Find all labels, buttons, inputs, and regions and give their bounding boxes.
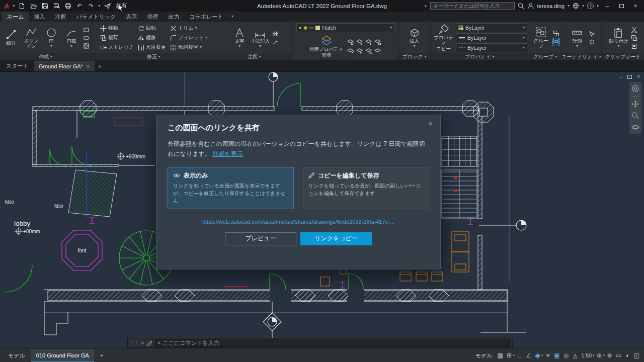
annotation-scale[interactable]: 1:50 <box>580 352 593 358</box>
fillet-button[interactable]: フィレット▾ <box>169 33 209 43</box>
autocad-logo[interactable]: A <box>3 2 10 10</box>
group-edit-button[interactable] <box>553 38 559 46</box>
drawing-minimize-button[interactable]: – <box>620 74 623 79</box>
tab-collaborate[interactable]: コラボレート <box>184 12 228 22</box>
new-drawing-tab-button[interactable]: + <box>95 61 105 71</box>
new-file-button[interactable] <box>17 2 26 10</box>
redo-caret-icon[interactable]: ▾ <box>98 4 100 8</box>
file-tab-drawing[interactable]: Ground Floor GA*× <box>34 61 95 71</box>
line-button[interactable]: 線分 <box>2 28 21 47</box>
ungroup-icon[interactable] <box>553 30 559 37</box>
model-space-tab[interactable]: モデル <box>3 349 30 362</box>
id-point-icon[interactable] <box>589 39 595 45</box>
minimize-button[interactable]: – <box>602 0 613 12</box>
arc-button[interactable]: 円弧▾ <box>62 26 81 50</box>
panel-label-clipboard[interactable]: クリップボード <box>602 53 644 60</box>
hatch-icon[interactable] <box>83 43 90 49</box>
tab-insert[interactable]: 挿入 <box>29 12 50 22</box>
trim-button[interactable]: トリム▾ <box>169 24 209 33</box>
annotation-visibility-icon[interactable]: ◬ <box>571 351 580 360</box>
new-layout-button[interactable]: + <box>95 349 108 362</box>
learn-more-link[interactable]: 詳細を表示 <box>213 150 243 157</box>
leader-icon[interactable] <box>272 39 279 45</box>
object-snap-icon[interactable]: ◉ <box>533 351 542 360</box>
command-input[interactable] <box>163 340 507 346</box>
text-button[interactable]: 文字▾ <box>230 26 249 50</box>
app-connect-icon[interactable] <box>573 3 579 9</box>
tab-view[interactable]: 表示 <box>121 12 142 22</box>
fullscreen-icon[interactable]: ◱ <box>632 351 641 360</box>
maximize-button[interactable] <box>616 0 627 12</box>
layer-off-icon[interactable] <box>347 39 354 45</box>
layer-match-icon[interactable] <box>347 48 354 54</box>
layer-freeze-icon[interactable] <box>365 39 372 45</box>
connect-caret-icon[interactable]: ▾ <box>582 4 584 8</box>
search-collapse-icon[interactable]: ▸ <box>425 4 427 8</box>
move-button[interactable]: 移動 <box>99 24 135 33</box>
panel-label-properties[interactable]: プロパティ▾ <box>431 53 529 60</box>
layer-walk-icon[interactable] <box>365 48 372 54</box>
lineweight-display-icon[interactable]: ≡ <box>544 351 552 360</box>
view-only-option[interactable]: 表示のみ リンクを知っている全員が図面を表示できますが、コピーを修正したり保存す… <box>168 167 294 209</box>
layer-prev-icon[interactable] <box>356 48 363 54</box>
drawing-restore-button[interactable] <box>627 75 632 79</box>
user-menu-caret-icon[interactable]: ▾ <box>568 4 570 8</box>
mirror-button[interactable]: 鏡像 <box>136 33 168 43</box>
tab-output[interactable]: 出力 <box>163 12 184 22</box>
plot-button[interactable] <box>63 2 72 10</box>
panel-label-draw[interactable]: 作成▾ <box>0 53 91 60</box>
rotate-button[interactable]: 回転 <box>136 24 168 33</box>
layer-lock-toggle-icon[interactable] <box>374 39 381 45</box>
lineweight-select[interactable]: ByLayer▾ <box>456 33 527 42</box>
zoom-icon[interactable] <box>631 112 639 120</box>
layer-properties-button[interactable]: 画層プロパティ 管理 <box>309 34 344 59</box>
search-input[interactable] <box>430 2 515 10</box>
ellipse-icon[interactable] <box>83 35 90 41</box>
layer-select[interactable]: ● ◉ ▭ Hatch ▾ <box>296 23 395 32</box>
object-color-select[interactable]: ByLayer▾ <box>456 23 527 32</box>
table-icon[interactable] <box>272 31 279 37</box>
copy-clip-icon[interactable] <box>631 35 637 41</box>
units-icon[interactable]: ▭ <box>614 351 623 360</box>
command-customize-icon[interactable] <box>146 340 152 346</box>
workspace-switch-icon[interactable]: ⊛ <box>595 351 603 360</box>
layer-isolate-icon[interactable] <box>356 39 363 45</box>
quick-select-icon[interactable] <box>589 31 595 37</box>
copy-link-button[interactable]: リンクをコピー <box>300 232 372 245</box>
circle-button[interactable]: 円▾ <box>42 26 61 50</box>
steering-wheel-icon[interactable] <box>631 84 639 93</box>
drawing-close-button[interactable]: × <box>637 74 640 79</box>
ribbon-options-caret-icon[interactable]: ▾ <box>231 15 233 19</box>
model-paper-toggle[interactable]: モデル <box>472 352 496 359</box>
layout-tab[interactable]: 010 Ground Floor GA <box>31 349 94 362</box>
preview-button[interactable]: プレビュー <box>225 232 296 245</box>
dialog-close-icon[interactable]: × <box>426 118 435 129</box>
array-button[interactable]: 配列複写▾ <box>169 43 209 52</box>
file-tab-start[interactable]: スタート <box>1 61 34 71</box>
panel-label-groups[interactable]: グループ▾ <box>529 53 561 60</box>
layer-state-icon[interactable] <box>374 48 381 54</box>
annotation-monitor-icon[interactable]: ⊕ <box>605 351 614 360</box>
match-properties-button[interactable]: プロパティ コピー <box>432 23 455 53</box>
logo-menu-caret-icon[interactable]: ▾ <box>13 4 15 8</box>
tab-parametric[interactable]: パラメトリック <box>71 12 121 22</box>
rectangle-icon[interactable] <box>83 27 90 33</box>
insert-block-button[interactable]: 挿入▾ <box>405 26 424 50</box>
selection-cycling-icon[interactable]: ▣ <box>553 351 561 360</box>
cut-icon[interactable] <box>631 27 637 33</box>
pan-icon[interactable] <box>631 100 639 108</box>
scale-button[interactable]: 尺度変更 <box>136 43 168 52</box>
paste-button[interactable]: 貼り付け▾ <box>608 26 628 50</box>
signed-in-user[interactable]: teresa.ding <box>537 3 565 9</box>
panel-label-utilities[interactable]: ユーティリティ▾ <box>561 53 601 60</box>
tab-annotate[interactable]: 注釈 <box>50 12 71 22</box>
panel-label-block[interactable]: ブロック▾ <box>398 53 430 60</box>
close-button[interactable]: × <box>630 0 641 12</box>
measure-button[interactable]: 計測▾ <box>568 26 587 50</box>
file-tab-close-icon[interactable]: × <box>87 63 90 69</box>
orbit-icon[interactable] <box>631 123 639 131</box>
isolate-objects-icon[interactable]: ◐ <box>623 351 632 360</box>
panel-label-annotate[interactable]: 注釈▾ <box>216 53 292 60</box>
stretch-button[interactable]: ストレッチ <box>99 43 135 52</box>
panel-label-layers[interactable]: 画層▾ <box>293 59 398 60</box>
